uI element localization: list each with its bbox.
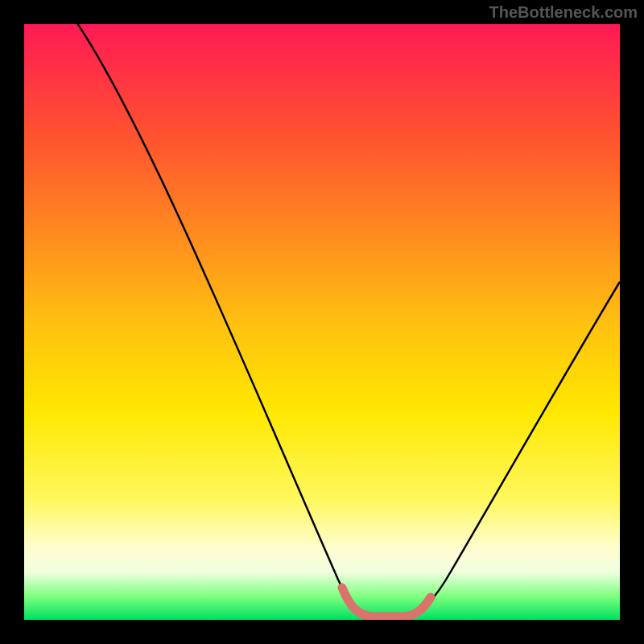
curve-overlay <box>24 24 620 620</box>
plot-area <box>24 24 620 620</box>
bottleneck-curve-left <box>72 24 370 616</box>
chart-container: TheBottleneck.com <box>0 0 644 644</box>
optimal-band-marker <box>342 588 431 617</box>
watermark-text: TheBottleneck.com <box>489 3 638 22</box>
bottleneck-curve-right <box>407 282 620 616</box>
